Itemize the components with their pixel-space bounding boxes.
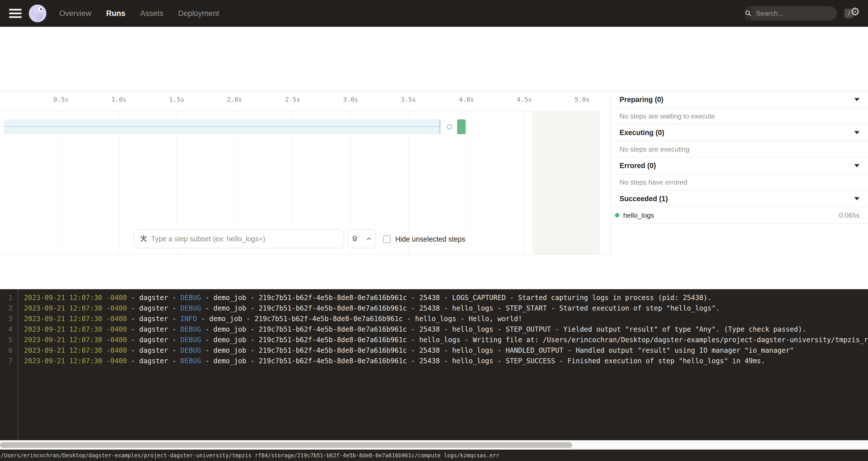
horizontal-scrollbar — [0, 440, 868, 450]
step-marker-circle[interactable] — [447, 124, 452, 129]
section-errored-header[interactable]: Errored (0) — [611, 158, 868, 174]
axis-tick: 1.5s — [164, 96, 189, 103]
step-waiting-band — [4, 119, 440, 134]
gantt-chart: 0.5s 1.0s 1.5s 2.0s 2.5s 3.0s 3.5s 4.0s … — [0, 91, 611, 255]
log-file-status-bar: /Users/erincochran/Desktop/dagster-examp… — [0, 450, 868, 461]
step-success-dot — [615, 213, 619, 217]
gear-icon[interactable]: ⚙ — [850, 6, 860, 17]
log-file-path: /Users/erincochran/Desktop/dagster-examp… — [0, 452, 499, 458]
step-subset-input-wrap — [134, 229, 344, 248]
hide-unselected-control: Hide unselected steps — [383, 235, 465, 243]
axis-tick: 2.0s — [222, 96, 247, 103]
top-nav: Overview Runs Assets Deployment / ⚙ — [0, 0, 868, 27]
section-succeeded-header[interactable]: Succeeded (1) — [611, 191, 868, 207]
chevron-down-icon — [854, 197, 860, 200]
dagster-logo[interactable] — [29, 4, 47, 23]
gantt-toolbar: Hide not started steps Re-execute all (*… — [0, 64, 868, 91]
step-subset-input[interactable] — [151, 235, 338, 243]
graph-layers-button[interactable] — [348, 229, 362, 248]
search-input[interactable] — [752, 9, 844, 18]
search-icon — [745, 6, 752, 21]
search-box[interactable]: / — [745, 6, 837, 21]
log-line: 52023-09-21 12:07:30 -0400 - dagster - D… — [0, 335, 868, 345]
axis-tick: 0.5s — [48, 96, 74, 103]
log-toolbar: stdout stderr — [0, 255, 868, 289]
layers-icon — [351, 235, 359, 243]
dependency-dotted-line — [4, 126, 440, 127]
log-line: 22023-09-21 12:07:30 -0400 - dagster - D… — [0, 303, 868, 314]
section-executing-empty: No steps are executing — [611, 141, 868, 158]
axis-tick: 4.5s — [512, 96, 537, 103]
run-header: 219c7b51 Success Run of demo_job @ 4f105… — [0, 27, 868, 64]
axis-tick: 3.5s — [396, 96, 421, 103]
chevron-up-icon — [366, 236, 372, 242]
section-errored-empty: No steps have errored — [611, 174, 868, 191]
log-line: 42023-09-21 12:07:30 -0400 - dagster - D… — [0, 324, 868, 335]
hide-unselected-checkbox[interactable] — [383, 235, 391, 243]
log-line: 32023-09-21 12:07:30 -0400 - dagster - I… — [0, 314, 868, 324]
nav-item-overview[interactable]: Overview — [59, 9, 91, 18]
time-axis: 0.5s 1.0s 1.5s 2.0s 2.5s 3.0s 3.5s 4.0s … — [0, 91, 600, 111]
run-metadata-panel: Preparing (0) No steps are waiting to ex… — [611, 91, 868, 255]
graph-query-buttons — [347, 229, 376, 248]
step-bar-hello-logs[interactable] — [457, 119, 466, 134]
op-selector-icon — [140, 235, 148, 243]
nav-item-assets[interactable]: Assets — [140, 9, 163, 18]
section-executing-header[interactable]: Executing (0) — [611, 124, 868, 141]
dagster-run-page: Overview Runs Assets Deployment / ⚙ 219c… — [0, 0, 868, 461]
collapse-query-button[interactable] — [362, 229, 376, 248]
axis-tick: 3.0s — [338, 96, 363, 103]
axis-tick: 4.0s — [454, 96, 479, 103]
succeeded-step-row[interactable]: hello_logs 0.065s — [611, 207, 868, 224]
nav-items: Overview Runs Assets Deployment — [59, 9, 219, 18]
axis-tick: 5.0s — [569, 96, 595, 103]
horizontal-scrollbar-thumb[interactable] — [0, 442, 572, 448]
menu-icon[interactable] — [9, 9, 22, 18]
log-line: 72023-09-21 12:07:30 -0400 - dagster - D… — [0, 356, 868, 366]
chevron-down-icon — [854, 164, 860, 167]
nav-item-deployment[interactable]: Deployment — [178, 9, 219, 18]
section-preparing-empty: No steps are waiting to execute — [611, 108, 868, 124]
step-subset-row: Hide unselected steps — [0, 229, 598, 248]
nav-item-runs[interactable]: Runs — [106, 9, 126, 18]
chevron-down-icon — [854, 98, 860, 101]
axis-tick: 1.0s — [106, 96, 132, 103]
axis-tick: 2.5s — [280, 96, 306, 103]
log-line: 62023-09-21 12:07:30 -0400 - dagster - D… — [0, 345, 868, 356]
raw-log-viewer: 12023-09-21 12:07:30 -0400 - dagster - D… — [0, 289, 868, 440]
section-preparing-header[interactable]: Preparing (0) — [611, 91, 868, 108]
chevron-down-icon — [854, 131, 860, 134]
log-line: 12023-09-21 12:07:30 -0400 - dagster - D… — [0, 293, 868, 303]
